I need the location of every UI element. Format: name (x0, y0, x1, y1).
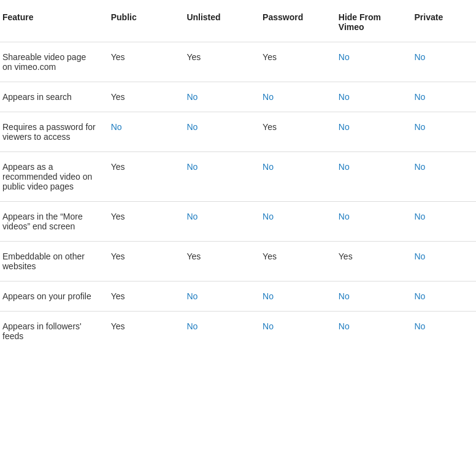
cell-hidefrom: No (331, 42, 407, 82)
cell-password: No (255, 152, 331, 202)
header-hidefrom: Hide From Vimeo (331, 6, 407, 42)
cell-password: No (255, 202, 331, 242)
cell-public: Yes (104, 152, 180, 202)
cell-unlisted: Yes (179, 242, 255, 281)
cell-public: Yes (104, 82, 180, 112)
cell-unlisted: No (179, 152, 255, 202)
cell-unlisted: No (179, 312, 255, 351)
cell-unlisted: No (179, 281, 255, 312)
cell-password: Yes (255, 42, 331, 82)
cell-feature: Appears as a recommended video on public… (0, 152, 104, 202)
cell-password: No (255, 281, 331, 312)
table-row: Appears as a recommended video on public… (0, 152, 476, 202)
cell-private: No (407, 281, 477, 312)
cell-unlisted: No (179, 112, 255, 152)
table-row: Requires a password for viewers to acces… (0, 112, 476, 152)
table-row: Embeddable on other websitesYesYesYesYes… (0, 242, 476, 281)
cell-password: No (255, 312, 331, 351)
header-row: Feature Public Unlisted Password Hide Fr… (0, 6, 476, 42)
cell-private: No (407, 112, 477, 152)
cell-hidefrom: No (331, 82, 407, 112)
cell-public: Yes (104, 42, 180, 82)
cell-private: No (407, 202, 477, 242)
cell-private: No (407, 242, 477, 281)
cell-password: No (255, 82, 331, 112)
cell-feature: Requires a password for viewers to acces… (0, 112, 104, 152)
cell-hidefrom: No (331, 112, 407, 152)
cell-public: Yes (104, 202, 180, 242)
header-unlisted: Unlisted (179, 6, 255, 42)
cell-feature: Appears on your profile (0, 281, 104, 312)
header-private: Private (407, 6, 477, 42)
cell-private: No (407, 152, 477, 202)
table-row: Appears in the “More videos” end screenY… (0, 202, 476, 242)
header-public: Public (104, 6, 180, 42)
table-row: Appears in searchYesNoNoNoNo (0, 82, 476, 112)
table-row: Appears on your profileYesNoNoNoNo (0, 281, 476, 312)
cell-hidefrom: No (331, 202, 407, 242)
table-body: Shareable video page on vimeo.comYesYesY… (0, 42, 476, 351)
cell-feature: Shareable video page on vimeo.com (0, 42, 104, 82)
header-password: Password (255, 6, 331, 42)
cell-private: No (407, 312, 477, 351)
cell-feature: Appears in followers' feeds (0, 312, 104, 351)
cell-feature: Embeddable on other websites (0, 242, 104, 281)
cell-hidefrom: Yes (331, 242, 407, 281)
table-row: Appears in followers' feedsYesNoNoNoNo (0, 312, 476, 351)
cell-hidefrom: No (331, 312, 407, 351)
cell-private: No (407, 82, 477, 112)
cell-public: Yes (104, 242, 180, 281)
cell-unlisted: No (179, 82, 255, 112)
cell-public: Yes (104, 281, 180, 312)
cell-hidefrom: No (331, 152, 407, 202)
cell-unlisted: No (179, 202, 255, 242)
cell-hidefrom: No (331, 281, 407, 312)
cell-unlisted: Yes (179, 42, 255, 82)
header-feature: Feature (0, 6, 104, 42)
table-row: Shareable video page on vimeo.comYesYesY… (0, 42, 476, 82)
cell-password: Yes (255, 112, 331, 152)
cell-password: Yes (255, 242, 331, 281)
cell-feature: Appears in the “More videos” end screen (0, 202, 104, 242)
cell-public: No (104, 112, 180, 152)
comparison-table-container: Feature Public Unlisted Password Hide Fr… (0, 0, 476, 357)
cell-public: Yes (104, 312, 180, 351)
cell-feature: Appears in search (0, 82, 104, 112)
cell-private: No (407, 42, 477, 82)
feature-comparison-table: Feature Public Unlisted Password Hide Fr… (0, 6, 476, 351)
